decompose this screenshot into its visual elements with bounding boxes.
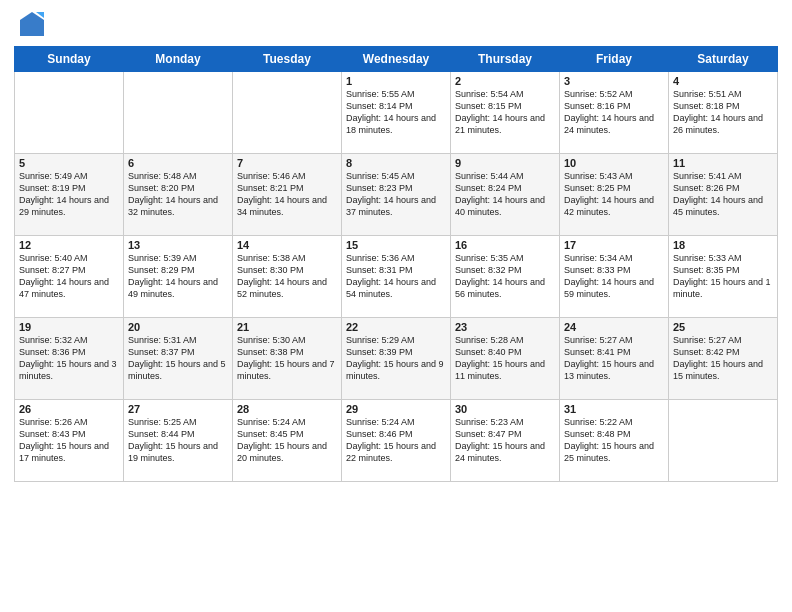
table-row — [15, 72, 124, 154]
day-number: 8 — [346, 157, 446, 169]
calendar-table: Sunday Monday Tuesday Wednesday Thursday… — [14, 46, 778, 482]
table-row: 29Sunrise: 5:24 AM Sunset: 8:46 PM Dayli… — [342, 400, 451, 482]
day-number: 1 — [346, 75, 446, 87]
day-info: Sunrise: 5:24 AM Sunset: 8:45 PM Dayligh… — [237, 416, 337, 465]
table-row: 17Sunrise: 5:34 AM Sunset: 8:33 PM Dayli… — [560, 236, 669, 318]
table-row: 23Sunrise: 5:28 AM Sunset: 8:40 PM Dayli… — [451, 318, 560, 400]
day-info: Sunrise: 5:28 AM Sunset: 8:40 PM Dayligh… — [455, 334, 555, 383]
col-wednesday: Wednesday — [342, 47, 451, 72]
day-info: Sunrise: 5:25 AM Sunset: 8:44 PM Dayligh… — [128, 416, 228, 465]
table-row: 28Sunrise: 5:24 AM Sunset: 8:45 PM Dayli… — [233, 400, 342, 482]
day-number: 7 — [237, 157, 337, 169]
table-row: 22Sunrise: 5:29 AM Sunset: 8:39 PM Dayli… — [342, 318, 451, 400]
day-number: 26 — [19, 403, 119, 415]
day-info: Sunrise: 5:26 AM Sunset: 8:43 PM Dayligh… — [19, 416, 119, 465]
day-info: Sunrise: 5:48 AM Sunset: 8:20 PM Dayligh… — [128, 170, 228, 219]
day-info: Sunrise: 5:29 AM Sunset: 8:39 PM Dayligh… — [346, 334, 446, 383]
svg-marker-0 — [20, 12, 44, 36]
table-row: 24Sunrise: 5:27 AM Sunset: 8:41 PM Dayli… — [560, 318, 669, 400]
day-number: 29 — [346, 403, 446, 415]
table-row: 21Sunrise: 5:30 AM Sunset: 8:38 PM Dayli… — [233, 318, 342, 400]
day-info: Sunrise: 5:52 AM Sunset: 8:16 PM Dayligh… — [564, 88, 664, 137]
table-row: 4Sunrise: 5:51 AM Sunset: 8:18 PM Daylig… — [669, 72, 778, 154]
col-friday: Friday — [560, 47, 669, 72]
day-info: Sunrise: 5:54 AM Sunset: 8:15 PM Dayligh… — [455, 88, 555, 137]
table-row: 25Sunrise: 5:27 AM Sunset: 8:42 PM Dayli… — [669, 318, 778, 400]
table-row: 18Sunrise: 5:33 AM Sunset: 8:35 PM Dayli… — [669, 236, 778, 318]
day-info: Sunrise: 5:34 AM Sunset: 8:33 PM Dayligh… — [564, 252, 664, 301]
table-row: 8Sunrise: 5:45 AM Sunset: 8:23 PM Daylig… — [342, 154, 451, 236]
day-number: 30 — [455, 403, 555, 415]
day-info: Sunrise: 5:32 AM Sunset: 8:36 PM Dayligh… — [19, 334, 119, 383]
day-info: Sunrise: 5:38 AM Sunset: 8:30 PM Dayligh… — [237, 252, 337, 301]
day-info: Sunrise: 5:39 AM Sunset: 8:29 PM Dayligh… — [128, 252, 228, 301]
day-number: 15 — [346, 239, 446, 251]
day-number: 9 — [455, 157, 555, 169]
table-row: 20Sunrise: 5:31 AM Sunset: 8:37 PM Dayli… — [124, 318, 233, 400]
day-number: 18 — [673, 239, 773, 251]
day-number: 25 — [673, 321, 773, 333]
table-row: 16Sunrise: 5:35 AM Sunset: 8:32 PM Dayli… — [451, 236, 560, 318]
day-number: 6 — [128, 157, 228, 169]
table-row: 14Sunrise: 5:38 AM Sunset: 8:30 PM Dayli… — [233, 236, 342, 318]
day-number: 3 — [564, 75, 664, 87]
day-info: Sunrise: 5:33 AM Sunset: 8:35 PM Dayligh… — [673, 252, 773, 301]
day-info: Sunrise: 5:22 AM Sunset: 8:48 PM Dayligh… — [564, 416, 664, 465]
day-info: Sunrise: 5:46 AM Sunset: 8:21 PM Dayligh… — [237, 170, 337, 219]
day-info: Sunrise: 5:40 AM Sunset: 8:27 PM Dayligh… — [19, 252, 119, 301]
day-number: 23 — [455, 321, 555, 333]
day-info: Sunrise: 5:43 AM Sunset: 8:25 PM Dayligh… — [564, 170, 664, 219]
table-row — [233, 72, 342, 154]
day-number: 17 — [564, 239, 664, 251]
day-number: 4 — [673, 75, 773, 87]
table-row: 3Sunrise: 5:52 AM Sunset: 8:16 PM Daylig… — [560, 72, 669, 154]
day-info: Sunrise: 5:35 AM Sunset: 8:32 PM Dayligh… — [455, 252, 555, 301]
table-row: 31Sunrise: 5:22 AM Sunset: 8:48 PM Dayli… — [560, 400, 669, 482]
day-number: 28 — [237, 403, 337, 415]
table-row: 2Sunrise: 5:54 AM Sunset: 8:15 PM Daylig… — [451, 72, 560, 154]
table-row: 13Sunrise: 5:39 AM Sunset: 8:29 PM Dayli… — [124, 236, 233, 318]
day-number: 10 — [564, 157, 664, 169]
day-info: Sunrise: 5:36 AM Sunset: 8:31 PM Dayligh… — [346, 252, 446, 301]
table-row: 19Sunrise: 5:32 AM Sunset: 8:36 PM Dayli… — [15, 318, 124, 400]
table-row: 11Sunrise: 5:41 AM Sunset: 8:26 PM Dayli… — [669, 154, 778, 236]
day-info: Sunrise: 5:44 AM Sunset: 8:24 PM Dayligh… — [455, 170, 555, 219]
table-row — [669, 400, 778, 482]
table-row: 15Sunrise: 5:36 AM Sunset: 8:31 PM Dayli… — [342, 236, 451, 318]
col-saturday: Saturday — [669, 47, 778, 72]
day-info: Sunrise: 5:49 AM Sunset: 8:19 PM Dayligh… — [19, 170, 119, 219]
day-info: Sunrise: 5:24 AM Sunset: 8:46 PM Dayligh… — [346, 416, 446, 465]
col-thursday: Thursday — [451, 47, 560, 72]
day-number: 2 — [455, 75, 555, 87]
table-row: 5Sunrise: 5:49 AM Sunset: 8:19 PM Daylig… — [15, 154, 124, 236]
day-number: 11 — [673, 157, 773, 169]
day-number: 24 — [564, 321, 664, 333]
day-number: 31 — [564, 403, 664, 415]
day-number: 12 — [19, 239, 119, 251]
day-info: Sunrise: 5:31 AM Sunset: 8:37 PM Dayligh… — [128, 334, 228, 383]
logo-icon — [18, 10, 46, 38]
table-row: 7Sunrise: 5:46 AM Sunset: 8:21 PM Daylig… — [233, 154, 342, 236]
header — [14, 10, 778, 38]
day-info: Sunrise: 5:30 AM Sunset: 8:38 PM Dayligh… — [237, 334, 337, 383]
day-info: Sunrise: 5:45 AM Sunset: 8:23 PM Dayligh… — [346, 170, 446, 219]
col-tuesday: Tuesday — [233, 47, 342, 72]
table-row: 6Sunrise: 5:48 AM Sunset: 8:20 PM Daylig… — [124, 154, 233, 236]
table-row: 9Sunrise: 5:44 AM Sunset: 8:24 PM Daylig… — [451, 154, 560, 236]
col-monday: Monday — [124, 47, 233, 72]
day-number: 19 — [19, 321, 119, 333]
calendar-header-row: Sunday Monday Tuesday Wednesday Thursday… — [15, 47, 778, 72]
table-row: 27Sunrise: 5:25 AM Sunset: 8:44 PM Dayli… — [124, 400, 233, 482]
day-number: 5 — [19, 157, 119, 169]
day-number: 22 — [346, 321, 446, 333]
day-number: 27 — [128, 403, 228, 415]
day-number: 14 — [237, 239, 337, 251]
day-number: 16 — [455, 239, 555, 251]
table-row — [124, 72, 233, 154]
day-info: Sunrise: 5:51 AM Sunset: 8:18 PM Dayligh… — [673, 88, 773, 137]
day-number: 21 — [237, 321, 337, 333]
day-number: 20 — [128, 321, 228, 333]
day-info: Sunrise: 5:27 AM Sunset: 8:41 PM Dayligh… — [564, 334, 664, 383]
table-row: 30Sunrise: 5:23 AM Sunset: 8:47 PM Dayli… — [451, 400, 560, 482]
table-row: 26Sunrise: 5:26 AM Sunset: 8:43 PM Dayli… — [15, 400, 124, 482]
